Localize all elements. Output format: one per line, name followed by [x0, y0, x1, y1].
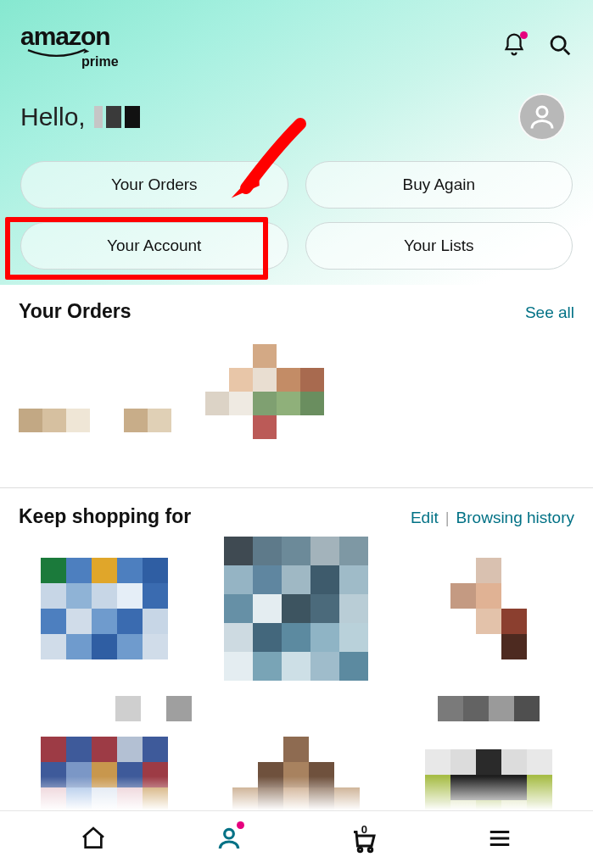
edit-link[interactable]: Edit — [411, 509, 439, 527]
nav-menu-button[interactable] — [481, 820, 518, 857]
amazon-prime-logo[interactable]: amazon prime — [20, 24, 119, 70]
svg-point-2 — [537, 107, 547, 117]
section-divider — [0, 487, 593, 488]
keep-shopping-heading: Keep shopping for — [19, 505, 191, 528]
nav-account-dot-icon — [237, 821, 244, 829]
svg-point-4 — [359, 848, 363, 852]
svg-point-3 — [224, 829, 233, 838]
link-separator: | — [439, 509, 456, 527]
cart-count-badge: 0 — [361, 823, 367, 836]
svg-line-1 — [564, 49, 569, 54]
greeting-text: Hello, — [20, 103, 140, 131]
your-orders-button[interactable]: Your Orders — [20, 161, 288, 209]
product-tile[interactable] — [115, 696, 192, 721]
product-tile[interactable] — [224, 537, 368, 681]
product-tile[interactable] — [450, 558, 527, 659]
keep-shopping-grid — [0, 533, 593, 838]
your-orders-heading: Your Orders — [19, 300, 131, 323]
bottom-navigation: 0 — [0, 810, 593, 865]
buy-again-button[interactable]: Buy Again — [305, 161, 573, 209]
search-button[interactable] — [547, 32, 573, 61]
logo-smile-icon — [20, 47, 95, 59]
product-tile[interactable] — [41, 558, 168, 659]
order-item[interactable] — [124, 409, 171, 432]
notification-dot-icon — [520, 31, 528, 39]
profile-avatar[interactable] — [518, 93, 566, 141]
your-lists-button[interactable]: Your Lists — [305, 222, 573, 270]
browsing-history-link[interactable]: Browsing history — [456, 509, 574, 527]
nav-cart-button[interactable]: 0 — [345, 820, 383, 857]
greeting-prefix: Hello, — [20, 103, 86, 131]
nav-account-button[interactable] — [210, 820, 248, 857]
redacted-username — [94, 106, 140, 128]
svg-point-0 — [551, 36, 565, 50]
orders-carousel[interactable] — [19, 331, 574, 476]
logo-text: amazon — [20, 24, 110, 49]
notifications-button[interactable] — [501, 32, 527, 61]
product-tile[interactable] — [438, 696, 540, 721]
order-item[interactable] — [19, 409, 90, 432]
your-account-button[interactable]: Your Account — [20, 222, 288, 270]
see-all-link[interactable]: See all — [525, 303, 574, 322]
nav-home-button[interactable] — [75, 820, 112, 857]
order-item[interactable] — [205, 344, 324, 463]
svg-point-5 — [369, 848, 373, 852]
